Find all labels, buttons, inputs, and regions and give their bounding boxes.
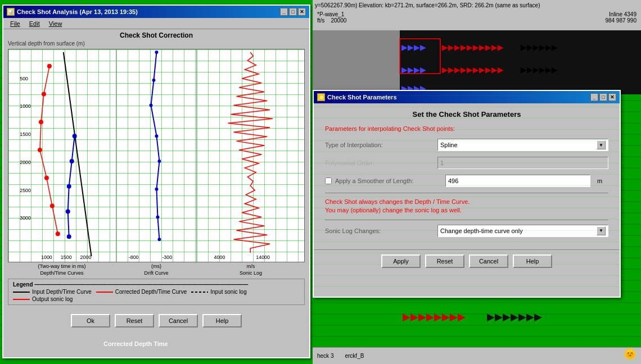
legend-items: Input Depth/Time Curve Corrected Depth/T…: [13, 289, 300, 295]
svg-point-36: [157, 160, 161, 163]
svg-text:1500: 1500: [20, 131, 31, 137]
svg-text:▶▶▶▶: ▶▶▶▶: [401, 65, 426, 74]
svg-text:▶▶▶▶▶▶▶: ▶▶▶▶▶▶▶: [487, 311, 542, 322]
minimize-button[interactable]: _: [280, 8, 288, 16]
help-button[interactable]: Help: [202, 314, 242, 327]
legend-output-sonic: Output sonic log: [13, 296, 73, 302]
chart3-title: Sonic Log: [197, 270, 305, 277]
sonic-log-chart: 4000 14000: [197, 49, 304, 262]
svg-text:4000: 4000: [214, 254, 225, 260]
svg-point-38: [156, 215, 159, 219]
svg-text:2500: 2500: [20, 188, 31, 193]
chart-area: Check Shot Correction Vertical depth fro…: [3, 29, 309, 310]
svg-line-10: [64, 52, 92, 256]
sun-icon: 🌞: [623, 347, 639, 363]
svg-rect-0: [313, 30, 400, 94]
svg-text:2000: 2000: [20, 160, 31, 165]
close-button[interactable]: ✕: [298, 8, 306, 16]
bottom-buttons: Ok Reset Cancel Help: [3, 310, 309, 332]
chart1-x-unit: (Two-way time in ms): [8, 263, 116, 270]
seismic-bottom-bar: heck 3 erckf_B 🌞: [313, 347, 641, 364]
svg-rect-1: [400, 30, 641, 94]
svg-point-37: [155, 188, 158, 191]
status-right: erckf_B: [345, 353, 364, 359]
svg-text:14000: 14000: [256, 254, 270, 260]
svg-rect-45: [313, 95, 641, 347]
svg-point-33: [152, 79, 155, 82]
legend-input-dt: Input Depth/Time Curve: [13, 289, 92, 295]
menu-edit[interactable]: Edit: [25, 19, 44, 28]
charts-container: 500 1000 1500 2000 2500 3000 1000 1500 2…: [8, 49, 305, 262]
svg-text:▶▶▶▶▶▶: ▶▶▶▶▶▶: [521, 43, 558, 52]
window-title: Check Shot Analysis (Apr 13, 2013 19:35): [17, 8, 138, 15]
svg-point-19: [70, 159, 74, 163]
legend-title: Legend —————————————————————————————————…: [13, 281, 300, 288]
chart-title: Check Shot Correction: [8, 31, 305, 39]
svg-text:1500: 1500: [61, 254, 72, 260]
svg-text:▶▶▶▶▶▶▶▶▶▶: ▶▶▶▶▶▶▶▶▶▶: [442, 65, 504, 74]
svg-text:1000: 1000: [20, 103, 31, 109]
ok-button[interactable]: Ok: [71, 314, 110, 327]
maximize-button[interactable]: □: [289, 8, 297, 16]
seismic-trace-display: ▶▶▶▶ ▶▶▶▶▶▶▶▶▶▶ ▶▶▶▶▶▶ ▶▶▶▶ ▶▶▶▶▶▶▶▶▶▶ ▶…: [313, 30, 641, 94]
window-titlebar: 📊 Check Shot Analysis (Apr 13, 2013 19:3…: [3, 6, 309, 18]
chart3-x-unit: m/s: [197, 263, 305, 270]
seismic-trace-nums: 984 987 990: [477, 17, 637, 24]
seismic-middle-display: ▶▶▶▶▶▶▶▶ ▶▶▶▶▶▶▶: [313, 95, 641, 347]
corrected-depth-time-label: Corrected Depth Time: [103, 340, 168, 347]
check-shot-window: 📊 Check Shot Analysis (Apr 13, 2013 19:3…: [2, 4, 310, 358]
seismic-display-top: *P-wave_1 ft/s 20000 Inline 4349 984 987…: [313, 10, 641, 94]
chart1-title: Depth/Time Curves: [8, 270, 116, 277]
chart-labels-row: (Two-way time in ms) Depth/Time Curves (…: [8, 263, 305, 276]
legend-corrected-dt: Corrected Depth/Time Curve: [96, 289, 187, 295]
svg-point-35: [155, 134, 158, 138]
cancel-button[interactable]: Cancel: [159, 314, 198, 327]
legend-input-sonic: Input sonic log: [191, 289, 247, 295]
menu-view[interactable]: View: [44, 19, 67, 28]
top-info-text: y=5062267.90m) Elevation: kb=271.2m, sur…: [315, 2, 540, 8]
svg-point-32: [155, 51, 158, 54]
svg-text:▶▶▶▶▶▶▶▶▶▶: ▶▶▶▶▶▶▶▶▶▶: [442, 43, 504, 52]
menu-file[interactable]: File: [6, 19, 25, 28]
svg-text:-800: -800: [128, 254, 138, 260]
legend-items-row2: Output sonic log: [13, 296, 300, 302]
legend-box: Legend —————————————————————————————————…: [8, 279, 305, 305]
depth-time-chart: 500 1000 1500 2000 2500 3000 1000 1500 2…: [8, 49, 116, 262]
top-info-bar: y=5062267.90m) Elevation: kb=271.2m, sur…: [313, 0, 641, 10]
svg-text:▶▶▶▶: ▶▶▶▶: [401, 43, 426, 52]
svg-text:500: 500: [20, 76, 28, 81]
svg-point-22: [67, 234, 71, 239]
svg-point-21: [66, 209, 70, 213]
seismic-inline-label: Inline 4349: [477, 11, 637, 17]
drift-curve-chart: -800 -300: [116, 49, 197, 262]
svg-text:-300: -300: [162, 254, 172, 260]
svg-text:2000: 2000: [80, 254, 92, 260]
reset-button[interactable]: Reset: [115, 314, 154, 327]
svg-point-34: [149, 103, 152, 107]
menu-bar: File Edit View: [3, 18, 309, 29]
chart2-x-unit: (ms): [116, 263, 197, 270]
svg-point-20: [67, 184, 71, 189]
y-axis-title: Vertical depth from surface (m): [8, 40, 305, 47]
status-left: heck 3: [317, 353, 333, 359]
svg-point-18: [73, 134, 77, 138]
svg-text:▶▶▶▶▶▶▶▶: ▶▶▶▶▶▶▶▶: [403, 311, 466, 322]
window-icon: 📊: [7, 8, 15, 16]
chart2-title: Drift Curve: [116, 270, 197, 277]
svg-text:1000: 1000: [41, 254, 52, 260]
svg-point-39: [157, 238, 161, 241]
seismic-label-left: *P-wave_1 ft/s 20000: [317, 11, 477, 24]
svg-text:▶▶▶▶▶▶: ▶▶▶▶▶▶: [521, 65, 558, 74]
svg-text:3000: 3000: [20, 215, 31, 221]
